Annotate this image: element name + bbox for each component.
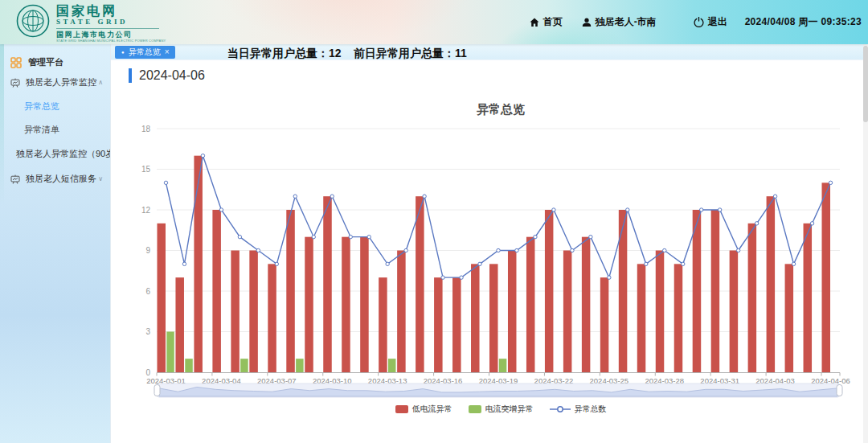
bars-low-current — [157, 156, 830, 372]
stat-prev-value: 11 — [455, 47, 467, 59]
chevron-down-icon[interactable]: ∨ — [98, 175, 103, 183]
header-nav: 首页 独居老人-市南 退出 2024/04/08 周一 09:35:23 — [530, 0, 862, 44]
svg-text:12: 12 — [141, 206, 151, 215]
nav-home[interactable]: 首页 — [530, 15, 563, 29]
chart-legend: 低电流异常 电流突增异常 异常总数 — [135, 404, 866, 415]
state-grid-logo: 国家电网 STATE GRID 国网上海市电力公司 STATE GRID SHA… — [16, 4, 166, 43]
sidebar-subitem-label: 异常总览 — [24, 100, 59, 113]
stat-today-label: 当日异常用户总量： — [227, 47, 329, 59]
sidebar-item-anomaly-list[interactable]: 异常清单 — [0, 118, 110, 142]
legend-label: 异常总数 — [575, 404, 607, 415]
company-name-cn: 国网上海市电力公司 — [56, 31, 166, 39]
app-header: 国家电网 STATE GRID 国网上海市电力公司 STATE GRID SHA… — [0, 0, 868, 44]
legend-label: 电流突增异常 — [485, 404, 534, 415]
chevron-up-icon[interactable]: ∧ — [98, 79, 103, 86]
sidebar-title-label: 管理平台 — [28, 56, 63, 68]
legend-low-current[interactable]: 低电流异常 — [395, 404, 452, 415]
tab-close-icon[interactable]: × — [165, 47, 170, 56]
grid-icon — [10, 57, 22, 68]
nav-logout-label: 退出 — [708, 15, 727, 29]
line-marker-icon — [550, 405, 571, 413]
nav-user[interactable]: 独居老人-市南 — [582, 15, 657, 29]
datazoom-left-handle — [154, 385, 160, 396]
legend-swatch-green — [469, 405, 481, 413]
anomaly-overview-chart[interactable]: 03691215182024-03-012024-03-042024-03-07… — [137, 121, 861, 402]
svg-text:9: 9 — [145, 246, 150, 255]
svg-text:15: 15 — [141, 165, 151, 174]
tab-anomaly-overview[interactable]: ● 异常总览 × — [115, 46, 175, 59]
datazoom-slider — [154, 384, 842, 397]
datazoom-right-handle — [837, 385, 842, 396]
stats-row: 2024-04-06 — [129, 66, 205, 85]
sidebar-item-anomaly-monitoring[interactable]: 独居老人异常监控 ∧ — [0, 70, 110, 95]
state-grid-emblem-icon — [16, 4, 50, 38]
sidebar-platform-title: 管理平台 — [0, 44, 110, 70]
legend-label: 低电流异常 — [412, 404, 452, 415]
sidebar-item-label: 独居老人异常监控（90岁以上） — [16, 148, 111, 160]
brand-name-en: STATE GRID — [56, 18, 166, 26]
svg-text:3: 3 — [145, 327, 150, 336]
nav-home-label: 首页 — [543, 15, 563, 29]
brand-name-cn: 国家电网 — [56, 4, 166, 18]
sidebar-item-label: 独居老人短信服务 — [26, 173, 96, 185]
stat-today-value: 12 — [329, 47, 342, 59]
legend-anomaly-total[interactable]: 异常总数 — [550, 404, 607, 415]
date-accent-bar — [129, 68, 132, 83]
sidebar-item-anomaly-overview[interactable]: 异常总览 — [0, 95, 110, 118]
stat-prev-label: 前日异常用户总量： — [354, 47, 455, 59]
legend-swatch-red — [395, 405, 408, 413]
sidebar-item-sms-service[interactable]: 独居老人短信服务 ∨ — [0, 166, 110, 191]
brand-divider — [56, 28, 159, 29]
user-icon — [582, 18, 592, 27]
sidebar-item-label: 独居老人异常监控 — [26, 76, 96, 88]
monitor-board-icon — [10, 174, 20, 184]
vertical-scrollbar[interactable] — [863, 44, 868, 443]
nav-logout[interactable]: 退出 — [694, 15, 727, 29]
stat-prev-anomaly-users: 前日异常用户总量：11 — [354, 47, 467, 61]
tab-bar: ● 异常总览 × — [111, 44, 863, 60]
stats-date: 2024-04-06 — [139, 68, 205, 83]
monitor-board-icon — [10, 78, 20, 88]
header-datetime: 2024/04/08 周一 09:35:23 — [745, 15, 862, 29]
tab-active-dot: ● — [121, 50, 125, 55]
sidebar: 管理平台 独居老人异常监控 ∧ 异常总览 异常清单 独居老人异常监控（90岁以上… — [0, 44, 111, 443]
company-name-en: STATE GRID SHANGHAI MUNICIPAL ELECTRIC P… — [56, 39, 166, 43]
legend-current-surge[interactable]: 电流突增异常 — [469, 404, 534, 415]
sidebar-subitem-label: 异常清单 — [24, 124, 59, 136]
svg-text:0: 0 — [145, 368, 150, 377]
sidebar-item-anomaly-monitoring-90plus[interactable]: 独居老人异常监控（90岁以上） — [0, 142, 110, 166]
main-content: ● 异常总览 × 2024-04-06 当日异常用户总量：12 前日异常用户总量… — [111, 44, 863, 443]
svg-text:18: 18 — [141, 125, 151, 133]
stat-today-anomaly-users: 当日异常用户总量：12 — [227, 47, 342, 61]
svg-text:6: 6 — [145, 287, 150, 296]
home-icon — [530, 18, 539, 27]
scrollbar-thumb[interactable] — [863, 46, 868, 122]
chart-title: 异常总览 — [135, 102, 866, 117]
power-icon — [694, 17, 704, 27]
tab-label: 异常总览 — [129, 47, 161, 58]
nav-user-label: 独居老人-市南 — [596, 15, 657, 29]
